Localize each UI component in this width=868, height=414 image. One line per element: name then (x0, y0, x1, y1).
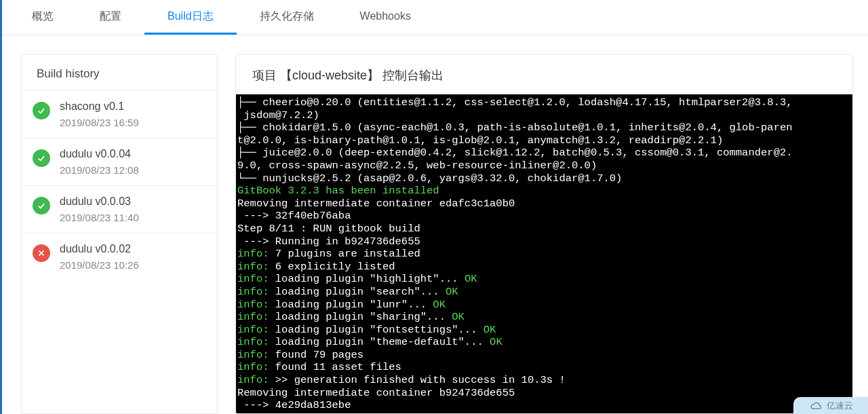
history-item[interactable]: dudulu v0.0.032019/08/23 11:40 (22, 185, 217, 233)
tabs-bar: 概览 配置 Build日志 持久化存储 Webhooks (2, 0, 868, 35)
check-icon (33, 197, 50, 214)
history-time: 2019/08/23 10:26 (60, 259, 139, 271)
tab-webhooks[interactable]: Webhooks (337, 0, 434, 35)
content-area: Build history shacong v0.12019/08/23 16:… (2, 35, 868, 414)
close-icon (33, 244, 50, 262)
history-item[interactable]: shacong v0.12019/08/23 16:59 (22, 90, 217, 138)
check-icon (33, 102, 50, 119)
history-item[interactable]: dudulu v0.0.022019/08/23 10:26 (22, 233, 217, 280)
history-time: 2019/08/23 12:08 (60, 164, 139, 176)
console-panel: 项目 【cloud-website】 控制台输出 ├── cheerio@0.2… (235, 54, 853, 414)
console-output: ├── cheerio@0.20.0 (entities@1.1.2, css-… (236, 94, 852, 413)
check-icon (33, 149, 50, 167)
tab-storage[interactable]: 持久化存储 (237, 0, 337, 35)
tab-overview[interactable]: 概览 (9, 0, 77, 35)
watermark: 亿速云 (793, 397, 868, 414)
history-version: dudulu v0.0.04 (60, 148, 139, 160)
history-time: 2019/08/23 11:40 (60, 212, 139, 223)
history-version: dudulu v0.0.03 (60, 195, 139, 208)
console-title: 项目 【cloud-website】 控制台输出 (236, 55, 852, 94)
history-time: 2019/08/23 16:59 (60, 117, 139, 128)
history-version: dudulu v0.0.02 (60, 243, 139, 255)
history-item[interactable]: dudulu v0.0.042019/08/23 12:08 (22, 138, 217, 185)
tab-buildlog[interactable]: Build日志 (144, 0, 237, 35)
build-history-title: Build history (22, 55, 217, 90)
history-version: shacong v0.1 (60, 100, 139, 113)
cloud-icon (809, 401, 823, 411)
watermark-text: 亿速云 (827, 400, 853, 412)
build-history-panel: Build history shacong v0.12019/08/23 16:… (21, 54, 218, 414)
tab-config[interactable]: 配置 (77, 0, 144, 35)
